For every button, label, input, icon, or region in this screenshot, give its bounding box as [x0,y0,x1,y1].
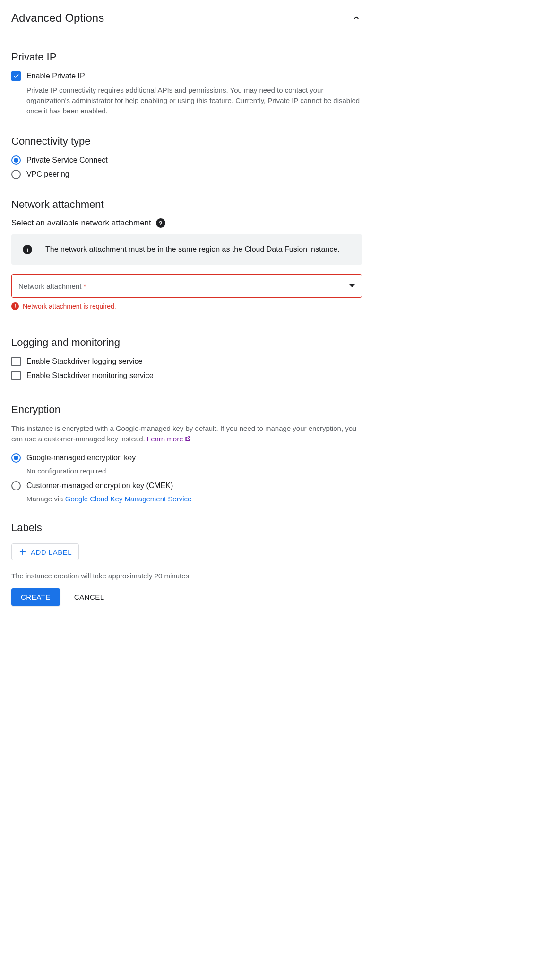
creation-note: The instance creation will take approxim… [11,572,362,580]
logging-heading: Logging and monitoring [11,336,362,349]
connectivity-radio-vpc[interactable] [11,170,21,179]
encryption-sub-google: No configuration required [26,467,362,475]
encryption-heading: Encryption [11,404,362,416]
external-link-icon [184,436,191,442]
info-icon: i [23,245,32,254]
caret-down-icon [349,284,355,287]
learn-more-link[interactable]: Learn more [147,435,191,443]
network-attachment-hint: Select an available network attachment [11,218,151,228]
network-attachment-error: Network attachment is required. [23,302,116,310]
private-ip-desc: Private IP connectivity requires additio… [26,85,362,116]
add-label-button[interactable]: ADD LABEL [11,543,79,560]
encryption-label-google: Google-managed encryption key [26,453,136,463]
connectivity-heading: Connectivity type [11,135,362,147]
advanced-options-header[interactable]: Advanced Options [11,11,362,25]
network-attachment-select-label: Network attachment * [18,282,86,290]
add-label-text: ADD LABEL [31,548,72,556]
cancel-button[interactable]: CANCEL [71,593,107,602]
error-icon: ! [11,302,19,310]
stackdriver-monitoring-checkbox[interactable] [11,371,21,380]
network-attachment-info-text: The network attachment must be in the sa… [45,244,340,255]
plus-icon [18,548,27,556]
encryption-sub-cmek: Manage via Google Cloud Key Management S… [26,495,362,503]
private-ip-heading: Private IP [11,51,362,63]
advanced-options-title: Advanced Options [11,11,104,25]
kms-link[interactable]: Google Cloud Key Management Service [65,495,192,503]
help-icon[interactable]: ? [156,218,165,228]
connectivity-radio-psc[interactable] [11,155,21,165]
connectivity-label-vpc: VPC peering [26,169,69,180]
stackdriver-logging-label: Enable Stackdriver logging service [26,356,142,367]
encryption-desc: This instance is encrypted with a Google… [11,423,362,444]
network-attachment-info: i The network attachment must be in the … [11,234,362,265]
enable-private-ip-label: Enable Private IP [26,71,85,81]
encryption-radio-google[interactable] [11,453,21,463]
labels-heading: Labels [11,522,362,534]
enable-private-ip-checkbox[interactable] [11,71,21,81]
encryption-radio-cmek[interactable] [11,481,21,490]
stackdriver-logging-checkbox[interactable] [11,357,21,366]
chevron-up-icon [351,12,362,24]
network-attachment-select[interactable]: Network attachment * [11,274,362,298]
create-button[interactable]: CREATE [11,588,60,606]
network-attachment-heading: Network attachment [11,198,362,211]
stackdriver-monitoring-label: Enable Stackdriver monitoring service [26,370,154,381]
connectivity-label-psc: Private Service Connect [26,155,108,165]
encryption-label-cmek: Customer-managed encryption key (CMEK) [26,481,173,491]
